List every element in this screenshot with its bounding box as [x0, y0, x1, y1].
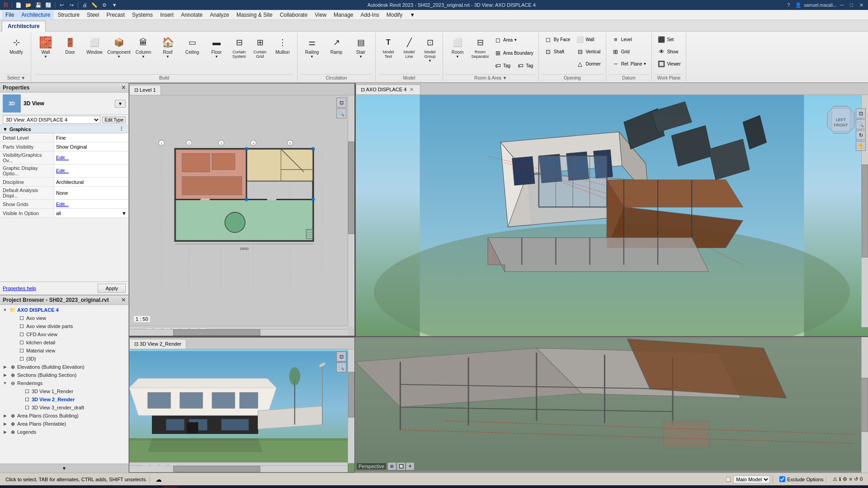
room-dropdown[interactable]: ▼ — [456, 55, 459, 59]
tree-item-legends[interactable]: ▶ ⊕ Legends — [0, 428, 128, 436]
info-icon[interactable]: ℹ — [839, 476, 841, 482]
discipline-value[interactable]: Architectural — [54, 178, 128, 186]
renderings-expand[interactable]: ▼ — [2, 380, 8, 386]
menu-steel[interactable]: Steel — [83, 11, 103, 19]
ramp-btn[interactable]: ↗ Ramp — [325, 33, 348, 61]
taskbar-autocad-btn[interactable]: A — [179, 486, 195, 488]
column-btn[interactable]: 🏛 Column ▼ — [132, 33, 155, 61]
persp-render-btn[interactable]: 🔲 — [397, 463, 405, 470]
menu-insert[interactable]: Insert — [156, 11, 177, 19]
taskbar-chrome-btn[interactable]: 🌐 — [93, 486, 109, 488]
tree-item-renderings[interactable]: ▼ ⊖ Renderings — [0, 379, 128, 387]
level1-canvas[interactable]: 1 2 3 4 5 — [129, 95, 354, 336]
measure-btn[interactable]: 📏 — [90, 1, 99, 9]
level1-scroll-thumb-h[interactable] — [173, 329, 260, 336]
area-boundary-btn[interactable]: ⊞ Area Boundary — [491, 47, 536, 59]
menu-more[interactable]: ▼ — [406, 11, 419, 19]
ref-plane-dropdown[interactable]: ▼ — [643, 62, 646, 66]
tree-item-3d[interactable]: ☐ {3D} — [0, 355, 128, 363]
axo-tab[interactable]: ⊡ AXO DISPLACE 4 ✕ — [356, 84, 420, 94]
exclude-checkbox[interactable] — [779, 476, 785, 482]
level1-scroll-thumb-v[interactable] — [348, 141, 354, 234]
opening-wall-btn[interactable]: ⬜ Wall — [573, 33, 603, 45]
model-line-btn[interactable]: ╱ Model Line — [399, 33, 419, 61]
menu-systems[interactable]: Systems — [128, 11, 156, 19]
level1-zoom-in[interactable]: 🔍 — [336, 108, 346, 118]
shaft-btn[interactable]: ⊡ Shaft — [542, 46, 573, 57]
view-select[interactable]: 3D View: AXO DISPLACE 4 — [3, 116, 100, 124]
element-type-dropdown[interactable]: ▼ — [115, 100, 126, 108]
component-btn[interactable]: 📦 Component ▼ — [107, 33, 131, 61]
tag-room-btn[interactable]: 🏷 Tag — [491, 60, 513, 71]
taskbar-taskview-btn[interactable]: ⧉ — [36, 486, 52, 488]
taskbar-explorer-btn[interactable]: 📁 — [75, 486, 92, 488]
wall-dropdown[interactable]: ▼ — [44, 55, 47, 59]
axo-bottom-scroll-thumb[interactable] — [862, 378, 868, 432]
root-expand-icon[interactable]: ▼ — [2, 307, 8, 313]
default-analysis-value[interactable]: None — [54, 187, 128, 199]
properties-close-btn[interactable]: ✕ — [121, 84, 126, 91]
save-btn[interactable]: 💾 — [34, 1, 43, 9]
menu-structure[interactable]: Structure — [54, 11, 83, 19]
tab-architecture[interactable]: Architecture — [2, 21, 46, 32]
ref-plane-btn[interactable]: ╌ Ref. Plane ▼ — [609, 58, 649, 70]
visible-scroll-btn[interactable]: ▼ — [122, 211, 127, 216]
project-browser-close-btn[interactable]: ✕ — [121, 297, 126, 303]
tree-item-root[interactable]: ▼ 📁 AXO DISPLACE 4 — [0, 306, 128, 314]
model-group-dropdown[interactable]: ▼ — [428, 59, 432, 63]
area-dropdown[interactable]: ▼ — [514, 38, 517, 42]
axo-canvas[interactable]: LEFT FRONT ⊡ 🔍 ↻ ✋ — [356, 95, 868, 336]
render2-scrollbar-v[interactable] — [348, 349, 354, 463]
render2-zoom-in[interactable]: 🔍 — [336, 362, 346, 372]
menu-addins[interactable]: Add-Ins — [357, 11, 382, 19]
model-text-btn[interactable]: T Model Text — [378, 33, 398, 61]
menu-annotate[interactable]: Annotate — [177, 11, 206, 19]
railing-btn[interactable]: ⚌ Railing ▼ — [300, 33, 324, 61]
settings-btn[interactable]: ⚙ — [100, 1, 109, 9]
door-btn[interactable]: 🚪 Door — [58, 33, 82, 61]
parts-visibility-value[interactable]: Show Original — [54, 142, 128, 151]
tree-item-material[interactable]: ☐ Material view — [0, 347, 128, 355]
menu-architecture[interactable]: Architecture — [18, 11, 54, 19]
warning-icon[interactable]: ⚠ — [833, 476, 837, 482]
new-btn[interactable]: 📄 — [14, 1, 23, 9]
room-separator-btn[interactable]: ⊟ Room Separator — [470, 33, 490, 61]
axo-zoom-fit[interactable]: ⊡ — [856, 108, 866, 118]
model-group-btn[interactable]: ⊡ Model Group ▼ — [420, 33, 440, 65]
axo-scroll-thumb-v[interactable] — [862, 164, 868, 258]
maximize-btn[interactable]: □ — [847, 2, 856, 8]
area-gross-expand[interactable]: ▶ — [2, 413, 8, 419]
menu-collaborate[interactable]: Collaborate — [276, 11, 311, 19]
reset-icon[interactable]: ↺ — [854, 476, 858, 482]
mullion-btn[interactable]: ⋮ Mullion — [271, 33, 294, 61]
modify-btn[interactable]: ⊹ Modify — [5, 33, 28, 61]
tree-item-kitchen[interactable]: ☐ kitchen detail — [0, 338, 128, 347]
close-btn[interactable]: ✕ — [857, 2, 866, 8]
menu-analyze[interactable]: Analyze — [206, 11, 233, 19]
status-cloud-icon[interactable]: ☁ — [154, 474, 164, 484]
minimize-btn[interactable]: ─ — [838, 2, 847, 8]
tree-item-sections[interactable]: ▶ ⊕ Sections (Building Section) — [0, 371, 128, 379]
tree-item-render2[interactable]: ☐ 3D View 2_Render — [0, 395, 128, 404]
sync-btn[interactable]: 🔄 — [44, 1, 53, 9]
by-face-btn[interactable]: ◻ By Face — [542, 33, 573, 45]
menu-manage[interactable]: Manage — [330, 11, 357, 19]
curtain-grid-btn[interactable]: ⊞ Curtain Grid — [250, 33, 270, 61]
area-btn[interactable]: ◻ Area ▼ — [491, 33, 536, 46]
tree-item-render3[interactable]: ☐ 3D View 3_render_draft — [0, 404, 128, 412]
tree-item-elevations[interactable]: ▶ ⊕ Elevations (Building Elevation) — [0, 363, 128, 371]
railing-dropdown[interactable]: ▼ — [310, 55, 314, 59]
axo-bottom-scrollbar[interactable] — [861, 337, 868, 473]
browser-scroll-down[interactable]: ▼ — [0, 464, 128, 473]
curtain-system-btn[interactable]: ⊟ Curtain System — [229, 33, 249, 61]
taskbar-dynamo-btn[interactable]: ⚙ — [196, 486, 212, 488]
menu-modify[interactable]: Modify — [383, 11, 406, 19]
taskbar-widgets-btn[interactable]: ▦ — [53, 486, 70, 488]
floor-dropdown[interactable]: ▼ — [215, 55, 218, 59]
settings-icon[interactable]: ⚙ — [843, 476, 847, 482]
persp-visual-btn[interactable]: ⊞ — [388, 463, 396, 470]
render2-zoom-fit[interactable]: ⊡ — [336, 352, 346, 361]
visible-in-option-value[interactable]: all ▼ — [54, 209, 128, 217]
tree-item-render1[interactable]: ☐ 3D View 1_Render — [0, 387, 128, 395]
dormer-btn[interactable]: △ Dormer — [573, 58, 603, 70]
